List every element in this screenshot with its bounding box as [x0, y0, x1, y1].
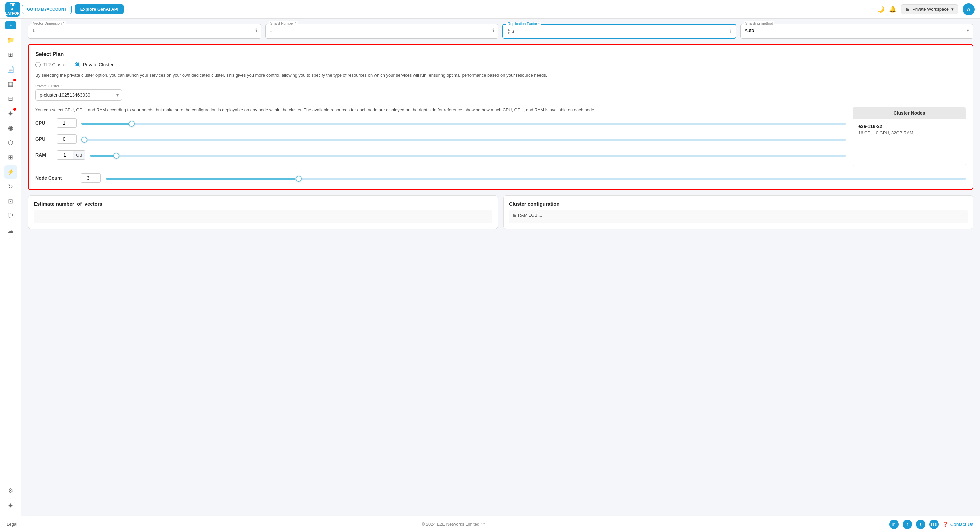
cluster-node-item: e2e-118-22 16 CPU, 0 GPU, 32GB RAM — [853, 119, 966, 140]
ram-input-unit: GB — [57, 150, 85, 160]
replication-decrement-button[interactable]: ▼ — [507, 31, 510, 35]
node-count-slider[interactable] — [106, 178, 966, 180]
sidebar-item-nodes[interactable]: ◉ — [4, 121, 18, 135]
node-count-section: Node Count — [35, 168, 966, 183]
sidebar-item-grid[interactable]: ▦ — [4, 77, 18, 91]
workspace-label: Private Workspace — [912, 7, 949, 12]
sharding-method-select[interactable]: Auto Manual Hash — [745, 28, 967, 33]
tir-cluster-radio[interactable] — [35, 62, 41, 67]
sidebar-item-instances[interactable]: ⊕ — [4, 107, 18, 120]
replication-factor-input[interactable] — [512, 29, 730, 34]
replication-factor-field: Replication Factor * ▲ ▼ ℹ — [502, 24, 737, 39]
replication-factor-label: Replication Factor * — [506, 22, 541, 25]
dark-mode-icon[interactable]: 🌙 — [877, 6, 885, 13]
sidebar-item-registry[interactable]: ⊡ — [4, 195, 18, 208]
private-cluster-dropdown-wrapper: p-cluster-102513463030 ▾ — [35, 89, 122, 101]
private-cluster-radio[interactable] — [75, 62, 80, 67]
vector-dimension-field: Vector Dimension * ℹ — [28, 24, 261, 39]
private-cluster-select[interactable]: p-cluster-102513463030 — [35, 89, 122, 101]
estimate-content — [33, 210, 492, 223]
sidebar-item-settings[interactable]: ⚙ — [4, 484, 18, 497]
ram-resource-row: RAM GB — [35, 150, 846, 160]
sharding-method-label: Sharding method — [744, 21, 775, 25]
cluster-nodes-panel: Cluster Nodes e2e-118-22 16 CPU, 0 GPU, … — [853, 107, 966, 167]
replication-factor-info-icon[interactable]: ℹ — [730, 29, 732, 34]
explore-genai-button[interactable]: Explore GenAI API — [75, 4, 124, 14]
vector-dimension-input[interactable] — [32, 28, 255, 33]
shard-number-input[interactable] — [270, 28, 493, 33]
copyright-text: © 2024 E2E Networks Limited ™ — [422, 522, 485, 527]
avatar-button[interactable]: A — [963, 3, 975, 15]
fields-row: Vector Dimension * ℹ Shard Number * ℹ Re… — [28, 24, 973, 39]
ram-slider[interactable] — [90, 155, 846, 157]
cluster-node-desc: 16 CPU, 0 GPU, 32GB RAM — [858, 130, 960, 135]
vector-dimension-label: Vector Dimension * — [32, 21, 66, 25]
sidebar-item-network[interactable]: ⬡ — [4, 136, 18, 149]
workspace-icon: 🖥 — [905, 7, 910, 12]
resource-description: You can select CPU, GPU, and RAM accordi… — [35, 107, 846, 113]
contact-us-icon: ❓ — [943, 522, 948, 527]
node-count-label: Node Count — [35, 175, 75, 181]
shard-number-label: Shard Number * — [269, 21, 298, 25]
linkedin-icon[interactable]: in — [889, 520, 899, 529]
contact-us-label: Contact Us — [950, 522, 973, 527]
resources-cluster-row: You can select CPU, GPU, and RAM accordi… — [35, 107, 966, 167]
cluster-nodes-header: Cluster Nodes — [853, 107, 966, 119]
shard-number-info-icon[interactable]: ℹ — [492, 28, 494, 33]
private-cluster-option[interactable]: Private Cluster — [75, 62, 114, 67]
sidebar-item-shield[interactable]: 🛡 — [4, 209, 18, 223]
gpu-slider[interactable] — [81, 139, 846, 141]
facebook-icon[interactable]: f — [903, 520, 912, 529]
sidebar-expand-button[interactable]: » — [5, 21, 16, 29]
rss-icon[interactable]: rss — [929, 520, 939, 529]
gpu-input[interactable] — [57, 134, 77, 144]
instances-badge — [13, 108, 16, 111]
logo-icon: TIRAI PLATFORM — [5, 2, 20, 17]
top-right: 🌙 🔔 🖥 Private Workspace ▾ A — [877, 3, 975, 15]
node-count-input[interactable] — [81, 173, 101, 183]
gpu-label: GPU — [35, 136, 52, 142]
sidebar-item-cloud[interactable]: ☁ — [4, 224, 18, 237]
plan-radio-group: TIR Cluster Private Cluster — [35, 62, 966, 67]
cluster-node-name: e2e-118-22 — [858, 124, 960, 129]
node-count-slider-wrapper — [106, 175, 966, 181]
private-cluster-select-label: Private Cluster * — [35, 84, 966, 88]
sidebar-item-refresh[interactable]: ↻ — [4, 180, 18, 193]
sidebar-item-vector[interactable]: ⚡ — [4, 165, 18, 179]
workspace-chevron-icon: ▾ — [951, 7, 954, 12]
tir-cluster-label: TIR Cluster — [43, 62, 67, 67]
legal-link[interactable]: Legal — [7, 522, 18, 527]
footer: Legal © 2024 E2E Networks Limited ™ in f… — [0, 516, 980, 532]
twitter-icon[interactable]: t — [916, 520, 925, 529]
notification-icon[interactable]: 🔔 — [889, 6, 896, 13]
ram-unit-label: GB — [73, 151, 85, 159]
grid-badge — [13, 79, 16, 81]
sidebar-item-document[interactable]: 📄 — [4, 63, 18, 76]
cluster-config-ram-icon: 🖥 — [512, 213, 517, 218]
sidebar-item-files[interactable]: 📁 — [4, 33, 18, 47]
go-to-myaccount-button[interactable]: GO TO MYACCOUNT — [22, 5, 72, 14]
sidebar-item-dashboard[interactable]: ⊞ — [4, 48, 18, 61]
private-cluster-label: Private Cluster — [83, 62, 114, 67]
cpu-slider[interactable] — [81, 123, 846, 125]
sidebar-item-help[interactable]: ⊕ — [4, 499, 18, 512]
cpu-label: CPU — [35, 120, 52, 126]
footer-right: in f t rss ❓ Contact Us — [889, 520, 973, 529]
sidebar-item-data[interactable]: ⊞ — [4, 151, 18, 164]
ram-label: RAM — [35, 152, 52, 158]
cpu-resource-row: CPU — [35, 118, 846, 127]
tir-cluster-option[interactable]: TIR Cluster — [35, 62, 67, 67]
vector-dimension-info-icon[interactable]: ℹ — [255, 28, 257, 33]
ram-slider-wrapper — [90, 152, 846, 158]
contact-us-link[interactable]: ❓ Contact Us — [943, 522, 973, 527]
bottom-sections: Estimate number_of_vectors Cluster confi… — [28, 195, 973, 229]
ram-input[interactable] — [57, 151, 73, 159]
logo: TIRAI PLATFORM GO TO MYACCOUNT Explore G… — [5, 2, 124, 17]
private-cluster-select-wrapper: Private Cluster * p-cluster-102513463030… — [35, 84, 966, 101]
sidebar: » 📁 ⊞ 📄 ▦ ⊟ ⊕ ◉ ⬡ ⊞ ⚡ ↻ ⊡ 🛡 ☁ ⚙ ⊕ — [0, 19, 21, 516]
workspace-button[interactable]: 🖥 Private Workspace ▾ — [901, 4, 958, 14]
replication-spinners: ▲ ▼ — [507, 28, 510, 35]
cluster-config-title: Cluster configuration — [509, 201, 968, 207]
cpu-input[interactable] — [57, 118, 77, 127]
sidebar-item-table[interactable]: ⊟ — [4, 92, 18, 105]
